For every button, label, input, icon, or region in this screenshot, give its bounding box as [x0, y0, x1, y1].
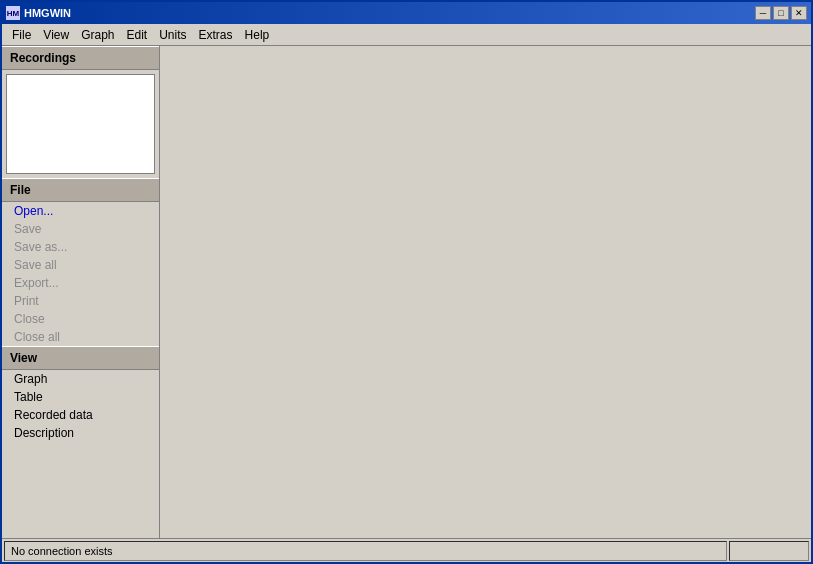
maximize-button[interactable]: □ [773, 6, 789, 20]
view-recorded-data[interactable]: Recorded data [2, 406, 159, 424]
menu-extras[interactable]: Extras [193, 26, 239, 44]
menu-edit[interactable]: Edit [121, 26, 154, 44]
main-content: Recordings File Open... Save Save as... … [2, 46, 811, 538]
menu-file[interactable]: File [6, 26, 37, 44]
titlebar: HM HMGWIN ─ □ ✕ [2, 2, 811, 24]
titlebar-left: HM HMGWIN [6, 6, 71, 20]
menubar: File View Graph Edit Units Extras Help [2, 24, 811, 46]
menu-view[interactable]: View [37, 26, 75, 44]
status-text: No connection exists [4, 541, 727, 561]
menu-help[interactable]: Help [239, 26, 276, 44]
file-save-as: Save as... [2, 238, 159, 256]
view-description[interactable]: Description [2, 424, 159, 442]
close-button[interactable]: ✕ [791, 6, 807, 20]
main-area [160, 46, 811, 538]
app-icon-text: HM [7, 9, 19, 18]
recordings-header: Recordings [2, 46, 159, 70]
file-close-all: Close all [2, 328, 159, 346]
recordings-panel [6, 74, 155, 174]
view-table[interactable]: Table [2, 388, 159, 406]
menu-graph[interactable]: Graph [75, 26, 120, 44]
file-print: Print [2, 292, 159, 310]
file-open[interactable]: Open... [2, 202, 159, 220]
minimize-button[interactable]: ─ [755, 6, 771, 20]
statusbar: No connection exists [2, 538, 811, 562]
file-save-all: Save all [2, 256, 159, 274]
app-icon: HM [6, 6, 20, 20]
main-window: HM HMGWIN ─ □ ✕ File View Graph Edit Uni… [0, 0, 813, 564]
view-header: View [2, 346, 159, 370]
title-text: HMGWIN [24, 7, 71, 19]
file-export: Export... [2, 274, 159, 292]
file-save: Save [2, 220, 159, 238]
menu-units[interactable]: Units [153, 26, 192, 44]
status-right-panel [729, 541, 809, 561]
file-close: Close [2, 310, 159, 328]
view-graph[interactable]: Graph [2, 370, 159, 388]
file-header: File [2, 178, 159, 202]
window-controls: ─ □ ✕ [755, 6, 807, 20]
sidebar: Recordings File Open... Save Save as... … [2, 46, 160, 538]
